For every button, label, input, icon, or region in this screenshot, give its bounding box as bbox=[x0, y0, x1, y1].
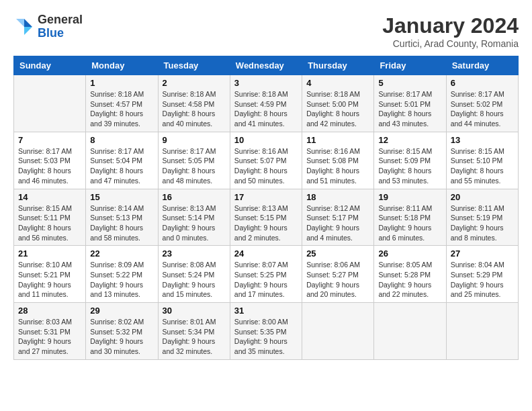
day-number: 6 bbox=[451, 78, 514, 88]
day-number: 31 bbox=[234, 306, 298, 316]
day-number: 19 bbox=[378, 192, 441, 202]
header-cell-friday: Friday bbox=[374, 56, 446, 75]
day-cell: 30Sunrise: 8:01 AM Sunset: 5:34 PM Dayli… bbox=[158, 303, 230, 360]
calendar-title: January 2024 bbox=[382, 13, 519, 38]
day-cell: 2Sunrise: 8:18 AM Sunset: 4:58 PM Daylig… bbox=[158, 75, 230, 132]
calendar-body: 1Sunrise: 8:18 AM Sunset: 4:57 PM Daylig… bbox=[14, 75, 519, 360]
day-cell: 13Sunrise: 8:15 AM Sunset: 5:10 PM Dayli… bbox=[446, 132, 518, 189]
day-cell: 3Sunrise: 8:18 AM Sunset: 4:59 PM Daylig… bbox=[230, 75, 302, 132]
day-number: 17 bbox=[234, 192, 298, 202]
day-info: Sunrise: 8:08 AM Sunset: 5:24 PM Dayligh… bbox=[163, 260, 226, 300]
day-info: Sunrise: 8:04 AM Sunset: 5:29 PM Dayligh… bbox=[451, 260, 514, 300]
svg-marker-2 bbox=[16, 19, 24, 27]
svg-marker-1 bbox=[24, 27, 32, 35]
week-row-4: 21Sunrise: 8:10 AM Sunset: 5:21 PM Dayli… bbox=[14, 246, 519, 303]
day-number: 28 bbox=[18, 306, 81, 316]
header-cell-monday: Monday bbox=[86, 56, 158, 75]
week-row-1: 1Sunrise: 8:18 AM Sunset: 4:57 PM Daylig… bbox=[14, 75, 519, 132]
header-cell-saturday: Saturday bbox=[446, 56, 518, 75]
header-row: SundayMondayTuesdayWednesdayThursdayFrid… bbox=[14, 56, 519, 75]
day-info: Sunrise: 8:18 AM Sunset: 4:58 PM Dayligh… bbox=[163, 89, 226, 129]
day-cell: 20Sunrise: 8:11 AM Sunset: 5:19 PM Dayli… bbox=[446, 189, 518, 246]
day-number: 25 bbox=[306, 248, 369, 259]
day-info: Sunrise: 8:06 AM Sunset: 5:27 PM Dayligh… bbox=[306, 260, 369, 300]
day-cell: 16Sunrise: 8:13 AM Sunset: 5:14 PM Dayli… bbox=[158, 189, 230, 246]
day-info: Sunrise: 8:13 AM Sunset: 5:14 PM Dayligh… bbox=[163, 203, 226, 243]
logo: General Blue bbox=[13, 13, 83, 40]
day-cell: 27Sunrise: 8:04 AM Sunset: 5:29 PM Dayli… bbox=[446, 246, 518, 303]
day-cell: 5Sunrise: 8:17 AM Sunset: 5:01 PM Daylig… bbox=[374, 75, 446, 132]
day-cell: 21Sunrise: 8:10 AM Sunset: 5:21 PM Dayli… bbox=[14, 246, 86, 303]
day-number: 4 bbox=[306, 78, 369, 88]
day-number: 15 bbox=[90, 192, 153, 202]
day-info: Sunrise: 8:15 AM Sunset: 5:10 PM Dayligh… bbox=[451, 146, 514, 186]
day-cell: 9Sunrise: 8:17 AM Sunset: 5:05 PM Daylig… bbox=[158, 132, 230, 189]
day-info: Sunrise: 8:16 AM Sunset: 5:08 PM Dayligh… bbox=[306, 146, 369, 186]
day-info: Sunrise: 8:11 AM Sunset: 5:19 PM Dayligh… bbox=[451, 203, 514, 243]
day-number: 13 bbox=[451, 135, 514, 145]
header-cell-tuesday: Tuesday bbox=[158, 56, 230, 75]
day-info: Sunrise: 8:18 AM Sunset: 5:00 PM Dayligh… bbox=[306, 89, 369, 129]
day-cell: 15Sunrise: 8:14 AM Sunset: 5:13 PM Dayli… bbox=[86, 189, 158, 246]
day-info: Sunrise: 8:01 AM Sunset: 5:34 PM Dayligh… bbox=[163, 317, 226, 357]
day-number: 7 bbox=[18, 135, 81, 145]
day-number: 11 bbox=[306, 135, 369, 145]
day-info: Sunrise: 8:11 AM Sunset: 5:18 PM Dayligh… bbox=[378, 203, 441, 243]
day-number: 22 bbox=[90, 248, 153, 259]
day-number: 16 bbox=[163, 192, 226, 202]
day-number: 1 bbox=[90, 78, 153, 88]
header-cell-thursday: Thursday bbox=[302, 56, 374, 75]
calendar-subtitle: Curtici, Arad County, Romania bbox=[382, 38, 519, 49]
day-number: 27 bbox=[451, 248, 514, 259]
logo-text: General Blue bbox=[38, 13, 83, 40]
day-number: 10 bbox=[234, 135, 298, 145]
day-info: Sunrise: 8:17 AM Sunset: 5:04 PM Dayligh… bbox=[90, 146, 153, 186]
day-cell: 7Sunrise: 8:17 AM Sunset: 5:03 PM Daylig… bbox=[14, 132, 86, 189]
day-info: Sunrise: 8:00 AM Sunset: 5:35 PM Dayligh… bbox=[234, 317, 298, 357]
day-cell: 28Sunrise: 8:03 AM Sunset: 5:31 PM Dayli… bbox=[14, 303, 86, 360]
day-cell: 10Sunrise: 8:16 AM Sunset: 5:07 PM Dayli… bbox=[230, 132, 302, 189]
day-cell: 11Sunrise: 8:16 AM Sunset: 5:08 PM Dayli… bbox=[302, 132, 374, 189]
header-cell-wednesday: Wednesday bbox=[230, 56, 302, 75]
day-number: 3 bbox=[234, 78, 298, 88]
day-cell: 8Sunrise: 8:17 AM Sunset: 5:04 PM Daylig… bbox=[86, 132, 158, 189]
day-info: Sunrise: 8:10 AM Sunset: 5:21 PM Dayligh… bbox=[18, 260, 81, 300]
week-row-5: 28Sunrise: 8:03 AM Sunset: 5:31 PM Dayli… bbox=[14, 303, 519, 360]
day-info: Sunrise: 8:18 AM Sunset: 4:57 PM Dayligh… bbox=[90, 89, 153, 129]
day-info: Sunrise: 8:15 AM Sunset: 5:11 PM Dayligh… bbox=[18, 203, 81, 243]
day-number: 18 bbox=[306, 192, 369, 202]
day-cell: 6Sunrise: 8:17 AM Sunset: 5:02 PM Daylig… bbox=[446, 75, 518, 132]
calendar-header: SundayMondayTuesdayWednesdayThursdayFrid… bbox=[14, 56, 519, 75]
day-cell: 17Sunrise: 8:13 AM Sunset: 5:15 PM Dayli… bbox=[230, 189, 302, 246]
day-number: 23 bbox=[163, 248, 226, 259]
day-cell: 26Sunrise: 8:05 AM Sunset: 5:28 PM Dayli… bbox=[374, 246, 446, 303]
day-cell: 31Sunrise: 8:00 AM Sunset: 5:35 PM Dayli… bbox=[230, 303, 302, 360]
day-info: Sunrise: 8:07 AM Sunset: 5:25 PM Dayligh… bbox=[234, 260, 298, 300]
svg-marker-0 bbox=[24, 19, 32, 27]
day-number: 5 bbox=[378, 78, 441, 88]
page-header: General Blue January 2024 Curtici, Arad … bbox=[13, 13, 519, 49]
day-info: Sunrise: 8:13 AM Sunset: 5:15 PM Dayligh… bbox=[234, 203, 298, 243]
day-cell bbox=[446, 303, 518, 360]
day-number: 8 bbox=[90, 135, 153, 145]
day-info: Sunrise: 8:15 AM Sunset: 5:09 PM Dayligh… bbox=[378, 146, 441, 186]
logo-icon bbox=[13, 16, 35, 38]
day-cell: 12Sunrise: 8:15 AM Sunset: 5:09 PM Dayli… bbox=[374, 132, 446, 189]
day-number: 12 bbox=[378, 135, 441, 145]
day-number: 21 bbox=[18, 248, 81, 259]
day-number: 20 bbox=[451, 192, 514, 202]
week-row-3: 14Sunrise: 8:15 AM Sunset: 5:11 PM Dayli… bbox=[14, 189, 519, 246]
day-info: Sunrise: 8:05 AM Sunset: 5:28 PM Dayligh… bbox=[378, 260, 441, 300]
title-area: January 2024 Curtici, Arad County, Roman… bbox=[382, 13, 519, 49]
day-info: Sunrise: 8:16 AM Sunset: 5:07 PM Dayligh… bbox=[234, 146, 298, 186]
day-cell: 1Sunrise: 8:18 AM Sunset: 4:57 PM Daylig… bbox=[86, 75, 158, 132]
day-info: Sunrise: 8:17 AM Sunset: 5:02 PM Dayligh… bbox=[451, 89, 514, 129]
day-cell: 24Sunrise: 8:07 AM Sunset: 5:25 PM Dayli… bbox=[230, 246, 302, 303]
day-info: Sunrise: 8:03 AM Sunset: 5:31 PM Dayligh… bbox=[18, 317, 81, 357]
day-number: 26 bbox=[378, 248, 441, 259]
header-cell-sunday: Sunday bbox=[14, 56, 86, 75]
calendar-table: SundayMondayTuesdayWednesdayThursdayFrid… bbox=[13, 56, 519, 360]
day-cell bbox=[302, 303, 374, 360]
day-number: 14 bbox=[18, 192, 81, 202]
day-cell: 29Sunrise: 8:02 AM Sunset: 5:32 PM Dayli… bbox=[86, 303, 158, 360]
